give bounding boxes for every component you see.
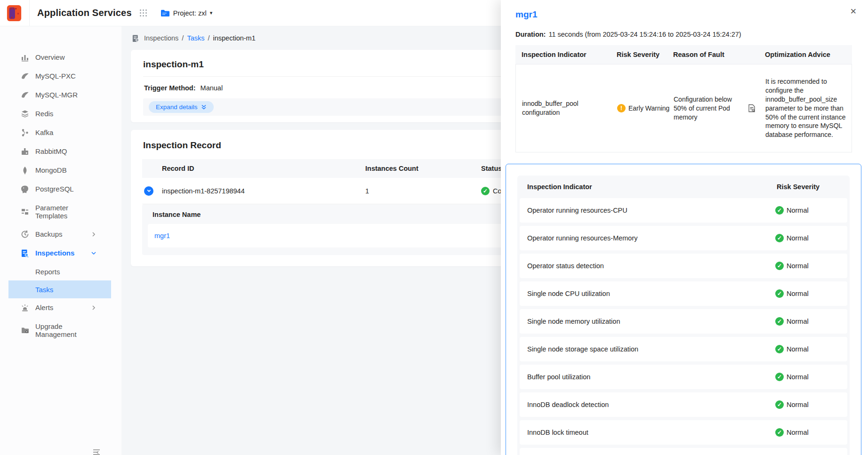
app-launcher-grid-icon[interactable] <box>139 9 147 17</box>
sidebar-item-parameter-templates[interactable]: Parameter Templates <box>0 199 121 225</box>
record-id-cell: inspection-m1-8257198944 <box>156 187 360 195</box>
status-text: Normal <box>787 429 809 436</box>
indicator-label: InnoDB lock timeout <box>527 429 775 436</box>
sidebar-item-overview[interactable]: Overview <box>0 48 121 67</box>
sidebar-item-mongodb[interactable]: MongoDB <box>0 161 121 180</box>
indicator-table-header: Inspection Indicator Risk Severity <box>517 176 850 198</box>
project-selector[interactable]: Project: zxl ▾ <box>161 9 212 17</box>
sidebar-item-label: RabbitMQ <box>35 147 91 155</box>
column-inspection-indicator: Inspection Indicator <box>527 183 777 191</box>
chevron-down-icon <box>91 250 96 256</box>
duration-value: 11 seconds (from 2025-03-24 15:24:16 to … <box>548 31 741 38</box>
column-risk-severity: Risk Severity <box>777 183 850 191</box>
sidebar-subitem-label: Reports <box>35 268 60 276</box>
indicator-status: ✓Normal <box>775 345 847 353</box>
sidebar-item-mysql-pxc[interactable]: MySQL-PXC <box>0 67 121 86</box>
column-instances-count: Instances Count <box>360 165 475 172</box>
indicator-table: Inspection Indicator Risk Severity Opera… <box>517 176 850 455</box>
success-check-icon: ✓ <box>775 206 784 215</box>
bar-chart-icon <box>21 53 29 62</box>
status-text: Normal <box>787 318 809 325</box>
breadcrumb-inspections-link[interactable]: Inspections <box>144 34 178 42</box>
status-text: Normal <box>787 207 809 214</box>
sidebar-item-label: Parameter Templates <box>35 204 91 220</box>
sidebar-item-label: Inspections <box>35 249 91 257</box>
sidebar-item-backups[interactable]: Backups <box>0 225 121 244</box>
indicator-status: ✓Normal <box>775 234 847 242</box>
sidebar-item-label: Alerts <box>35 303 91 311</box>
sidebar-item-label: MySQL-MGR <box>35 91 91 99</box>
sidebar: Overview MySQL-PXC MySQL-MGR Redis Kafka <box>0 26 121 455</box>
backup-restore-icon <box>21 230 29 239</box>
indicator-label: Operator running resources-Memory <box>527 234 775 242</box>
sidebar-item-label: Upgrade Management <box>35 322 91 339</box>
sidebar-item-alerts[interactable]: Alerts <box>0 298 121 317</box>
indicator-status: ✓Normal <box>775 428 847 437</box>
column-record-id: Record ID <box>156 165 360 172</box>
sidebar-item-postgresql[interactable]: PostgreSQL <box>0 180 121 199</box>
expand-details-button[interactable]: Expand details <box>149 101 214 113</box>
column-optimization-advice: Optimization Advice <box>759 51 852 58</box>
kafka-network-icon <box>21 128 29 137</box>
breadcrumb-separator: / <box>182 34 184 42</box>
fault-severity-cell: ! Early Warning <box>611 104 667 113</box>
column-reason-of-fault: Reason of Fault <box>667 51 745 58</box>
collapse-row-icon[interactable] <box>144 186 153 196</box>
indicator-row: Single node CPU utilization ✓Normal <box>520 281 847 306</box>
trigger-method-label: Trigger Method: <box>144 84 196 92</box>
sidebar-item-mysql-mgr[interactable]: MySQL-MGR <box>0 86 121 104</box>
header-divider <box>29 0 30 26</box>
chevron-right-icon <box>91 231 96 237</box>
chevron-right-icon <box>91 305 96 311</box>
close-icon[interactable]: ✕ <box>850 8 857 16</box>
alert-siren-icon <box>21 303 29 312</box>
sidebar-item-redis[interactable]: Redis <box>0 104 121 123</box>
severity-text: Early Warning <box>628 104 669 113</box>
drawer-title: mgr1 <box>515 9 852 20</box>
indicator-row: Operator status detection ✓Normal <box>520 254 847 278</box>
success-check-icon: ✓ <box>775 234 784 242</box>
indicator-label: Single node CPU utilization <box>527 290 775 297</box>
mongodb-leaf-icon <box>21 166 29 175</box>
app-title: Application Services <box>37 8 132 18</box>
success-check-icon: ✓ <box>775 262 784 270</box>
collapse-sidebar-icon[interactable] <box>92 448 101 455</box>
sidebar-item-rabbitmq[interactable]: RabbitMQ <box>0 142 121 161</box>
indicator-status: ✓Normal <box>775 317 847 326</box>
fault-advice-cell: It is recommended to configure the innod… <box>759 77 852 139</box>
indicator-row-partial <box>520 448 847 455</box>
upgrade-management-icon <box>21 326 29 335</box>
sidebar-item-tasks[interactable]: Tasks <box>8 280 111 298</box>
sidebar-item-label: PostgreSQL <box>35 185 91 193</box>
sidebar-item-kafka[interactable]: Kafka <box>0 123 121 142</box>
status-text: Normal <box>787 262 809 270</box>
warning-icon: ! <box>617 104 626 112</box>
sidebar-item-upgrade-management[interactable]: Upgrade Management <box>0 317 121 343</box>
view-report-icon[interactable] <box>748 104 759 112</box>
success-check-icon: ✓ <box>481 187 490 195</box>
redis-layers-icon <box>21 110 29 118</box>
column-inspection-indicator: Inspection Indicator <box>515 51 611 58</box>
sidebar-item-inspections[interactable]: Inspections <box>0 244 121 263</box>
double-chevron-down-icon <box>201 104 207 110</box>
indicator-row: Operator running resources-CPU ✓Normal <box>520 198 847 223</box>
mysql-dolphin-icon <box>21 72 29 80</box>
normal-indicators-panel: Inspection Indicator Risk Severity Opera… <box>506 164 861 455</box>
indicator-status: ✓Normal <box>775 373 847 381</box>
indicator-status: ✓Normal <box>775 289 847 298</box>
instance-name-link[interactable]: mgr1 <box>154 232 170 239</box>
indicator-row: Single node storage space utilization ✓N… <box>520 337 847 361</box>
status-text: Normal <box>787 373 809 381</box>
breadcrumb-tasks-link[interactable]: Tasks <box>187 34 204 42</box>
instance-detail-drawer: mgr1 ✕ Duration:11 seconds (from 2025-03… <box>501 0 868 455</box>
success-check-icon: ✓ <box>775 345 784 353</box>
status-text: Normal <box>787 401 809 408</box>
app-logo-icon <box>6 4 22 22</box>
sidebar-item-label: MySQL-PXC <box>35 72 91 80</box>
indicator-row: Buffer pool utilization ✓Normal <box>520 365 847 389</box>
sidebar-item-reports[interactable]: Reports <box>8 263 111 280</box>
fault-table-row: innodb_buffer_pool configuration ! Early… <box>515 64 852 152</box>
success-check-icon: ✓ <box>775 400 784 409</box>
success-check-icon: ✓ <box>775 317 784 326</box>
rabbitmq-icon <box>21 147 29 156</box>
